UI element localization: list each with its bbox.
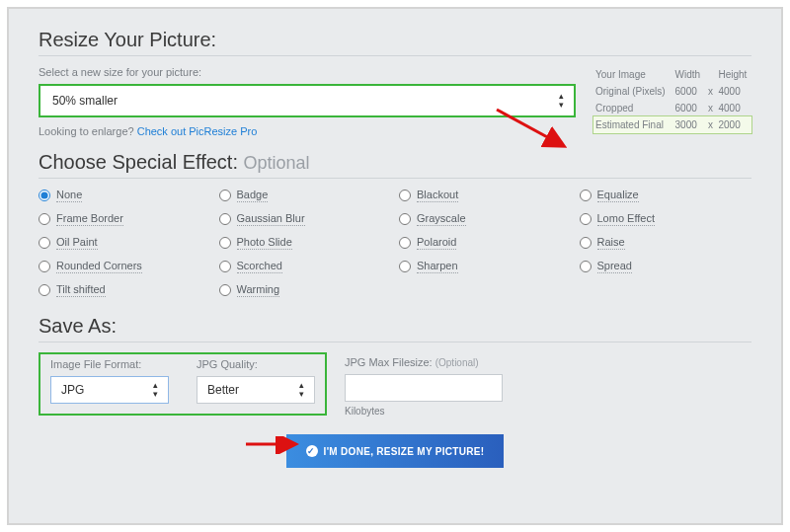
effect-label: Equalize <box>597 189 639 202</box>
effect-radio[interactable] <box>39 284 50 296</box>
quality-label: JPG Quality: <box>197 358 315 370</box>
divider <box>39 55 751 56</box>
effect-label: Oil Paint <box>56 236 98 250</box>
effect-option[interactable]: Rounded Corners <box>39 260 211 273</box>
effect-option[interactable]: Sharpen <box>399 260 572 273</box>
size-row-cropped: Cropped 6000 x 4000 <box>593 100 751 116</box>
effect-radio[interactable] <box>219 261 231 272</box>
effect-option[interactable]: Scorched <box>219 260 392 273</box>
resize-size-value: 50% smaller <box>52 94 118 108</box>
effect-option[interactable]: Grayscale <box>399 212 572 226</box>
app-panel: Resize Your Picture: Select a new size f… <box>7 7 783 525</box>
kb-label: Kilobytes <box>345 406 503 417</box>
effects-grid: NoneBadgeBlackoutEqualizeFrame BorderGau… <box>39 189 751 297</box>
picresize-pro-link[interactable]: Check out PicResize Pro <box>137 125 258 137</box>
chevron-updown-icon: ▴▾ <box>559 92 564 110</box>
resize-title: Resize Your Picture: <box>39 29 751 51</box>
effect-option[interactable]: Frame Border <box>39 212 211 226</box>
effect-radio[interactable] <box>580 213 592 225</box>
effect-radio[interactable] <box>39 261 50 272</box>
effect-radio[interactable] <box>39 213 50 225</box>
effect-label: Warming <box>237 283 280 297</box>
format-select[interactable]: JPG ▴▾ <box>50 376 169 404</box>
save-highlight-box: Image File Format: JPG ▴▾ JPG Quality: B… <box>39 352 327 416</box>
maxsize-input[interactable] <box>345 374 503 402</box>
effect-option[interactable]: Tilt shifted <box>39 283 211 297</box>
size-table: Your Image Width Height Original (Pixels… <box>593 66 751 133</box>
effect-option[interactable]: Blackout <box>399 189 572 202</box>
effect-radio[interactable] <box>580 261 592 272</box>
effect-label: Badge <box>237 189 269 202</box>
effect-radio[interactable] <box>399 237 411 249</box>
format-field: Image File Format: JPG ▴▾ <box>50 358 169 404</box>
format-label: Image File Format: <box>50 358 169 370</box>
format-value: JPG <box>61 383 84 397</box>
effect-option[interactable]: Equalize <box>580 189 752 202</box>
resize-size-select[interactable]: 50% smaller ▴▾ <box>39 84 576 117</box>
effect-radio[interactable] <box>219 237 231 249</box>
effect-radio[interactable] <box>219 213 231 225</box>
effect-radio[interactable] <box>399 213 411 225</box>
check-icon: ✓ <box>306 445 318 457</box>
quality-value: Better <box>207 383 239 397</box>
effect-option[interactable]: Raise <box>580 236 752 250</box>
chevron-updown-icon: ▴▾ <box>299 381 304 399</box>
quality-select[interactable]: Better ▴▾ <box>197 376 315 404</box>
effect-option[interactable]: Gaussian Blur <box>219 212 392 226</box>
size-row-original: Original (Pixels) 6000 x 4000 <box>593 83 751 100</box>
effect-radio[interactable] <box>219 190 231 201</box>
effect-label: Frame Border <box>56 212 123 226</box>
resize-select-label: Select a new size for your picture: <box>39 66 576 78</box>
effect-radio[interactable] <box>219 284 231 296</box>
save-title: Save As: <box>39 315 751 338</box>
enlarge-text: Looking to enlarge? Check out PicResize … <box>39 125 576 137</box>
effect-label: Blackout <box>417 189 458 202</box>
effect-option[interactable]: Spread <box>580 260 752 273</box>
maxsize-field: JPG Max Filesize: (Optional) Kilobytes <box>345 352 503 417</box>
optional-label: Optional <box>244 153 310 173</box>
effect-option[interactable]: Badge <box>219 189 392 202</box>
effect-option[interactable]: Warming <box>219 283 392 297</box>
resize-left: Select a new size for your picture: 50% … <box>39 66 576 137</box>
effect-label: Rounded Corners <box>56 260 142 273</box>
resize-submit-button[interactable]: ✓ I'M DONE, RESIZE MY PICTURE! <box>286 434 505 468</box>
effect-label: Tilt shifted <box>56 283 106 297</box>
size-table-col: Your Image Width Height Original (Pixels… <box>593 66 751 137</box>
effect-label: Sharpen <box>417 260 458 273</box>
effect-option[interactable]: Oil Paint <box>39 236 211 250</box>
effect-radio[interactable] <box>399 261 411 272</box>
submit-row: ✓ I'M DONE, RESIZE MY PICTURE! <box>39 434 751 468</box>
effect-radio[interactable] <box>580 237 592 249</box>
effect-radio[interactable] <box>580 190 592 201</box>
effect-label: Scorched <box>237 260 282 273</box>
divider <box>39 178 751 179</box>
effect-radio[interactable] <box>39 237 50 249</box>
save-row: Image File Format: JPG ▴▾ JPG Quality: B… <box>39 352 751 417</box>
size-table-header: Your Image Width Height <box>593 66 751 83</box>
maxsize-label: JPG Max Filesize: (Optional) <box>345 356 503 368</box>
effect-radio[interactable] <box>39 190 50 201</box>
size-row-estimated: Estimated Final 3000 x 2000 <box>593 116 751 133</box>
effect-label: Polaroid <box>417 236 456 250</box>
effect-radio[interactable] <box>399 190 411 201</box>
effects-title: Choose Special Effect: Optional <box>39 151 751 174</box>
effect-label: Grayscale <box>417 212 466 226</box>
effect-option[interactable]: Photo Slide <box>219 236 392 250</box>
divider <box>39 342 751 342</box>
resize-row: Select a new size for your picture: 50% … <box>39 66 751 137</box>
effect-option[interactable]: Lomo Effect <box>580 212 752 226</box>
effect-label: Photo Slide <box>237 236 292 250</box>
effect-option[interactable]: Polaroid <box>399 236 572 250</box>
submit-label: I'M DONE, RESIZE MY PICTURE! <box>324 446 485 457</box>
effect-label: None <box>56 189 82 202</box>
effect-option[interactable]: None <box>39 189 211 202</box>
effect-label: Gaussian Blur <box>237 212 305 226</box>
chevron-updown-icon: ▴▾ <box>153 381 158 399</box>
effect-label: Raise <box>597 236 625 250</box>
effect-label: Lomo Effect <box>597 212 656 226</box>
effect-label: Spread <box>597 260 632 273</box>
quality-field: JPG Quality: Better ▴▾ <box>197 358 315 404</box>
